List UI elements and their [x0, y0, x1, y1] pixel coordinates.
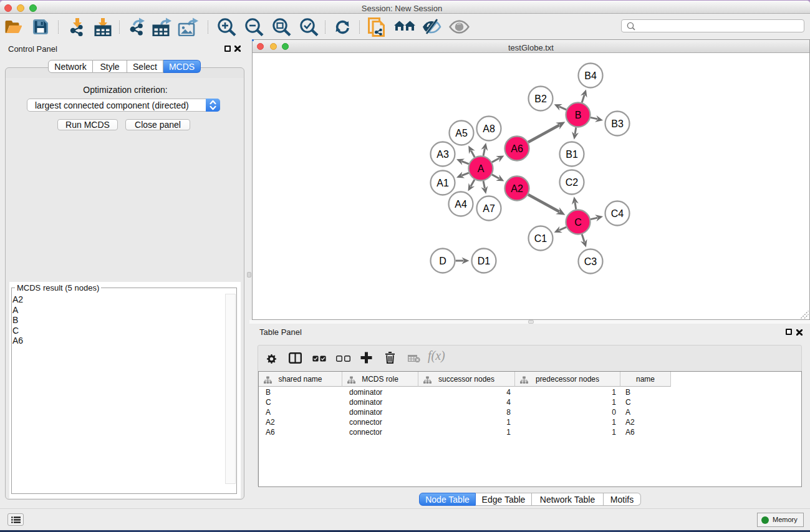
- svg-text:A2: A2: [511, 183, 523, 194]
- svg-text:B1: B1: [566, 149, 578, 160]
- svg-text:A8: A8: [483, 123, 495, 134]
- svg-text:C3: C3: [584, 256, 597, 267]
- svg-text:A4: A4: [455, 199, 467, 210]
- svg-text:C2: C2: [566, 177, 579, 188]
- svg-text:B: B: [575, 110, 582, 120]
- svg-text:D1: D1: [478, 256, 491, 266]
- svg-text:B4: B4: [584, 70, 597, 81]
- svg-text:A7: A7: [483, 203, 495, 214]
- svg-text:A6: A6: [511, 143, 523, 154]
- svg-text:B3: B3: [611, 118, 624, 129]
- svg-text:A3: A3: [436, 149, 449, 160]
- svg-text:B2: B2: [534, 94, 547, 104]
- svg-text:A5: A5: [455, 128, 468, 138]
- svg-text:C4: C4: [611, 208, 624, 219]
- svg-text:D: D: [439, 256, 446, 266]
- svg-text:C: C: [574, 217, 582, 228]
- svg-text:C1: C1: [534, 233, 547, 244]
- svg-text:A1: A1: [436, 178, 449, 188]
- svg-text:A: A: [478, 163, 485, 174]
